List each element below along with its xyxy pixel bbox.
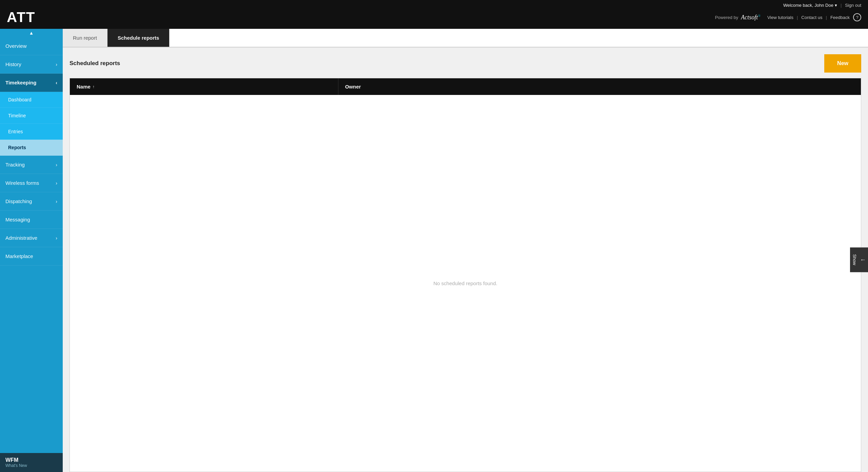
sidebar-bottom: WFM What's New — [0, 453, 63, 472]
header-links: View tutorials | Contact us | Feedback ? — [767, 13, 861, 21]
feedback-link[interactable]: Feedback — [830, 15, 850, 20]
chevron-right-icon-tracking: › — [56, 162, 57, 168]
header-top: Welcome back, John Doe ▾ | Sign out — [7, 0, 861, 9]
side-tab-arrow-icon: ← — [860, 256, 866, 263]
empty-message: No scheduled reports found. — [433, 280, 497, 286]
wfm-title: WFM — [5, 457, 57, 463]
sidebar-item-history[interactable]: History › — [0, 55, 63, 74]
divider-3: | — [826, 15, 827, 20]
tab-run-report[interactable]: Run report — [63, 29, 107, 47]
welcome-text: Welcome back, John Doe — [783, 3, 833, 8]
main-layout: ▲ Overview History › Timekeeping ‹ Dashb… — [0, 29, 868, 472]
chevron-down-icon-timekeeping: ‹ — [56, 80, 57, 85]
powered-by: Powered by Actsoft® — [715, 14, 761, 21]
sidebar-dashboard-label: Dashboard — [8, 97, 32, 102]
logo-area: ATT — [7, 9, 36, 25]
sidebar-item-reports[interactable]: Reports — [0, 140, 63, 156]
wfm-subtitle: What's New — [5, 463, 57, 468]
tabs-bar: Run report Schedule reports — [63, 29, 868, 47]
divider-1: | — [841, 3, 842, 8]
table-body: No scheduled reports found. — [70, 95, 861, 472]
column-name-label: Name — [77, 84, 91, 90]
chevron-right-icon-dispatching: › — [56, 199, 57, 204]
sidebar-marketplace-label: Marketplace — [5, 253, 33, 259]
help-icon: ? — [856, 15, 858, 20]
sidebar-timeline-label: Timeline — [8, 113, 26, 118]
sidebar-reports-label: Reports — [8, 145, 26, 150]
sidebar-item-dashboard[interactable]: Dashboard — [0, 92, 63, 108]
sidebar-item-entries[interactable]: Entries — [0, 124, 63, 140]
chevron-right-icon-wireless: › — [56, 180, 57, 186]
new-button[interactable]: New — [826, 56, 860, 71]
content-area: Run report Schedule reports Scheduled re… — [63, 29, 868, 472]
welcome-area: Welcome back, John Doe ▾ — [783, 3, 837, 8]
sidebar-tracking-label: Tracking — [5, 162, 25, 168]
chevron-down-icon[interactable]: ▾ — [835, 3, 837, 8]
header: Welcome back, John Doe ▾ | Sign out ATT … — [0, 0, 868, 29]
help-button[interactable]: ? — [853, 13, 861, 21]
sidebar-item-timekeeping[interactable]: Timekeeping ‹ — [0, 74, 63, 92]
sidebar-item-messaging[interactable]: Messaging — [0, 211, 63, 229]
chevron-right-icon-admin: › — [56, 235, 57, 241]
powered-by-text: Powered by — [715, 15, 738, 20]
sidebar-overview-label: Overview — [5, 43, 27, 49]
tab-schedule-reports-label: Schedule reports — [118, 35, 159, 41]
sidebar-wireless-forms-label: Wireless forms — [5, 180, 39, 186]
content-main: Scheduled reports New Name ↑ Owner No sc — [63, 47, 868, 472]
sidebar-item-marketplace[interactable]: Marketplace — [0, 247, 63, 266]
sidebar-item-timeline[interactable]: Timeline — [0, 108, 63, 124]
sidebar-item-administrative[interactable]: Administrative › — [0, 229, 63, 247]
divider-2: | — [797, 15, 798, 20]
sidebar-item-dispatching[interactable]: Dispatching › — [0, 192, 63, 211]
sidebar-history-label: History — [5, 61, 21, 67]
tab-schedule-reports[interactable]: Schedule reports — [107, 29, 170, 47]
sidebar-entries-label: Entries — [8, 129, 23, 134]
column-name[interactable]: Name ↑ — [70, 78, 338, 95]
sidebar-dispatching-label: Dispatching — [5, 198, 32, 204]
column-owner: Owner — [338, 78, 861, 95]
side-tab-label: Show — [852, 254, 857, 266]
sidebar-administrative-label: Administrative — [5, 235, 37, 241]
contact-us-link[interactable]: Contact us — [801, 15, 822, 20]
sidebar-item-overview[interactable]: Overview — [0, 37, 63, 55]
sidebar-scroll-up[interactable]: ▲ — [0, 29, 63, 37]
page-title: Scheduled reports — [70, 60, 120, 67]
sidebar-messaging-label: Messaging — [5, 217, 30, 222]
column-owner-label: Owner — [345, 84, 361, 90]
sidebar-item-tracking[interactable]: Tracking › — [0, 156, 63, 174]
sign-out-link[interactable]: Sign out — [845, 3, 861, 8]
table-header: Name ↑ Owner — [70, 78, 861, 95]
tab-run-report-label: Run report — [73, 35, 97, 41]
new-button-wrapper: New — [824, 54, 861, 73]
content-header: Scheduled reports New — [70, 54, 861, 73]
view-tutorials-link[interactable]: View tutorials — [767, 15, 793, 20]
chevron-right-icon: › — [56, 62, 57, 67]
sidebar-item-wireless-forms[interactable]: Wireless forms › — [0, 174, 63, 192]
sidebar: ▲ Overview History › Timekeeping ‹ Dashb… — [0, 29, 63, 472]
logo: ATT — [7, 9, 36, 25]
actsoft-logo: Actsoft® — [741, 14, 761, 21]
sidebar-timekeeping-label: Timekeeping — [5, 80, 36, 85]
side-tab[interactable]: ← Show — [850, 248, 868, 272]
header-bottom: ATT Powered by Actsoft® View tutorials |… — [7, 9, 861, 29]
sort-icon: ↑ — [93, 84, 95, 89]
table-container: Name ↑ Owner No scheduled reports found. — [70, 78, 861, 472]
